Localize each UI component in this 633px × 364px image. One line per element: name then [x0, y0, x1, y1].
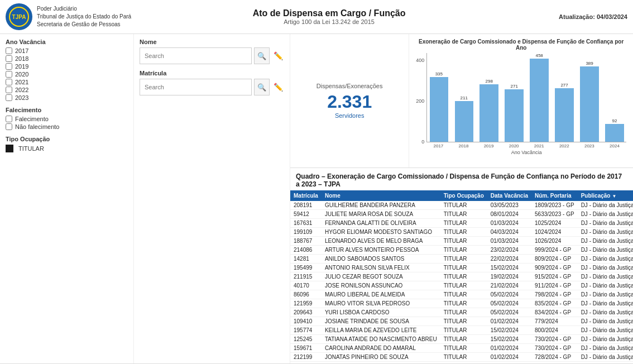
- metrics-row: Dispensas/Exonerações 2.331 Servidores E…: [290, 34, 633, 168]
- column-header-tipo-ocupa--o[interactable]: Tipo Ocupação: [440, 190, 487, 201]
- table-row[interactable]: 125245TATIANA ATAIDE DO NASCIMENTO ABREU…: [290, 335, 633, 344]
- matricula-search-input[interactable]: [140, 79, 252, 95]
- nao-falecimento-checkbox[interactable]: [6, 123, 12, 130]
- column-header-n-m--portaria[interactable]: Núm. Portaria: [531, 190, 578, 201]
- table-cell: DJ - Diário da Justiça: [578, 308, 633, 317]
- column-header-nome[interactable]: Nome: [322, 190, 440, 201]
- ano-2017[interactable]: 2017: [6, 47, 128, 54]
- bar-x-label: 2019: [477, 143, 501, 149]
- table-row[interactable]: 121959MAURO VITOR SILVA PEDROSOTITULAR05…: [290, 299, 633, 308]
- table-cell: DJ - Diário da Justiça: [578, 255, 633, 264]
- table-row[interactable]: 212302PEDRO FILIPE SARAIVA GALVAOTITULAR…: [290, 362, 633, 364]
- table-cell: 109410: [290, 317, 322, 326]
- table-cell: DJ - Diário da Justiça: [578, 317, 633, 326]
- table-cell: 199109: [290, 228, 322, 237]
- table-row[interactable]: 195774KEILLA MARIA DE AZEVEDO LEITETITUL…: [290, 326, 633, 335]
- table-cell: KEILLA MARIA DE AZEVEDO LEITE: [322, 326, 440, 335]
- header-row: MatrículaNomeTipo OcupaçãoData VacânciaN…: [290, 190, 633, 201]
- table-cell: 08/01/2024: [487, 210, 531, 219]
- ano-2022-checkbox[interactable]: [6, 87, 12, 93]
- ano-2023[interactable]: 2023: [6, 94, 128, 101]
- bar-value-label: 335: [435, 71, 443, 76]
- ano-2022[interactable]: 2022: [6, 87, 128, 93]
- table-cell: DJ - Diário da Justiça: [578, 201, 633, 210]
- table-row[interactable]: 212199JONATAS PINHEIRO DE SOUZATITULAR01…: [290, 353, 633, 362]
- ano-2021-checkbox[interactable]: [6, 79, 12, 85]
- table-cell: DJ - Diário da Justiça: [578, 219, 633, 228]
- table-cell: 730/2024 - GP: [531, 344, 578, 353]
- nome-edit-icon[interactable]: ✏️: [272, 50, 284, 62]
- table-row[interactable]: 159671CAROLINA ANDRADE DO AMARALTITULAR0…: [290, 344, 633, 353]
- bar-x-label: 2018: [452, 143, 475, 149]
- table-cell: 835/2024 - GP: [531, 299, 578, 308]
- org-line2: Tribunal de Justiça do Estado do Pará: [37, 13, 131, 21]
- table-cell: 01/02/2024: [487, 344, 531, 353]
- ano-2018-checkbox[interactable]: [6, 55, 12, 62]
- matricula-search-icon-btn[interactable]: 🔍: [254, 79, 270, 95]
- table-cell: TITULAR: [440, 308, 487, 317]
- table-cell: DJ - Diário da Justiça: [578, 326, 633, 335]
- table-cell: 121959: [290, 299, 322, 308]
- table-row[interactable]: 109410JOSIANE TRINDADE DE SOUSATITULAR01…: [290, 317, 633, 326]
- table-title: Quadro – Exoneração de Cargo Comissionad…: [290, 168, 633, 190]
- table-container[interactable]: MatrículaNomeTipo OcupaçãoData VacânciaN…: [290, 190, 633, 363]
- table-row[interactable]: 86096MAURO LIBERAL DE ALMEIDATITULAR05/0…: [290, 290, 633, 299]
- ano-2019[interactable]: 2019: [6, 63, 128, 70]
- table-cell: 214086: [290, 246, 322, 255]
- sort-indicator: ▼: [612, 194, 616, 199]
- bar-value-label: 458: [535, 53, 543, 58]
- table-cell: 167631: [290, 219, 322, 228]
- table-row[interactable]: 195499ANTONIO RAILSON SILVA FELIXTITULAR…: [290, 264, 633, 272]
- table-row[interactable]: 209643YURI LISBOA CARDOSOTITULAR05/02/20…: [290, 308, 633, 317]
- main-title: Ato de Dispensa em Cargo / Função: [131, 8, 527, 18]
- ano-2017-checkbox[interactable]: [6, 47, 12, 54]
- table-row[interactable]: 14281ANILDO SABOIADOS SANTOSTITULAR22/02…: [290, 255, 633, 264]
- update-date: 04/03/2024: [597, 13, 627, 20]
- ano-2020-checkbox[interactable]: [6, 71, 12, 78]
- bar-value-label: 389: [586, 61, 593, 66]
- table-cell: DJ - Diário da Justiça: [578, 246, 633, 255]
- table-cell: YURI LISBOA CARDOSO: [322, 308, 440, 317]
- table-row[interactable]: 199109HYGOR ELIOMAR MODESTO SANTIAGOTITU…: [290, 228, 633, 237]
- ano-2021[interactable]: 2021: [6, 79, 128, 85]
- falecimento-checkbox[interactable]: [6, 116, 12, 122]
- falecimento-option2[interactable]: Não falecimento: [6, 123, 128, 130]
- title-area: Ato de Dispensa em Cargo / Função Artigo…: [131, 8, 527, 25]
- ano-2019-checkbox[interactable]: [6, 63, 12, 70]
- bar-value-label: 271: [511, 84, 518, 89]
- tipo-ocupacao-title: Tipo Ocupação: [6, 136, 128, 142]
- falecimento-option1[interactable]: Falecimento: [6, 116, 128, 122]
- bar: [455, 101, 474, 142]
- table-cell: 15/02/2024: [487, 264, 531, 272]
- table-row[interactable]: 167631FERNANDA GALATTI DE OLIVEIRATITULA…: [290, 219, 633, 228]
- column-header-publica--o[interactable]: Publicação▼: [578, 190, 633, 201]
- table-cell: 209643: [290, 308, 322, 317]
- table-cell: 730/2024 - GP: [531, 335, 578, 344]
- table-row[interactable]: 59412JULIETE MARIA ROSA DE SOUZATITULAR0…: [290, 210, 633, 219]
- ano-2023-checkbox[interactable]: [6, 94, 12, 101]
- matricula-edit-icon[interactable]: ✏️: [272, 81, 284, 93]
- table-cell: 1809/2023 - GP: [531, 201, 578, 210]
- table-cell: CAROLINA ANDRADE DO AMARAL: [322, 344, 440, 353]
- table-row[interactable]: 208191GUILHERME BANDEIRA PANZERATITULAR0…: [290, 201, 633, 210]
- table-cell: 1026/2024: [531, 237, 578, 246]
- column-header-data-vac-ncia[interactable]: Data Vacância: [487, 190, 531, 201]
- table-cell: 04/03/2024: [487, 228, 531, 237]
- nome-search-input[interactable]: [140, 47, 252, 64]
- column-header-matr-cula[interactable]: Matrícula: [290, 190, 322, 201]
- table-row[interactable]: 211915JULIO CEZAR BEGOT SOUZATITULAR19/0…: [290, 272, 633, 281]
- ano-2020[interactable]: 2020: [6, 71, 128, 78]
- table-cell: 195774: [290, 326, 322, 335]
- nome-search-icon-btn[interactable]: 🔍: [254, 47, 270, 64]
- ano-2018[interactable]: 2018: [6, 55, 128, 62]
- table-row[interactable]: 188767LEONARDO ALVES DE MELO BRAGATITULA…: [290, 237, 633, 246]
- org-line1: Poder Judiciário: [37, 5, 131, 13]
- bar: [430, 77, 449, 142]
- nome-label: Nome: [140, 39, 284, 45]
- table-row[interactable]: 40170JOSE RONILSON ASSUNCAOTITULAR21/02/…: [290, 281, 633, 290]
- table-row[interactable]: 214086ARTUR ALVES MONTEIRO PESSOATITULAR…: [290, 246, 633, 255]
- table-cell: TITULAR: [440, 353, 487, 362]
- table-cell: TITULAR: [440, 344, 487, 353]
- table-cell: DJ - Diário da Justiça: [578, 210, 633, 219]
- bar-x-label: 2021: [528, 143, 551, 149]
